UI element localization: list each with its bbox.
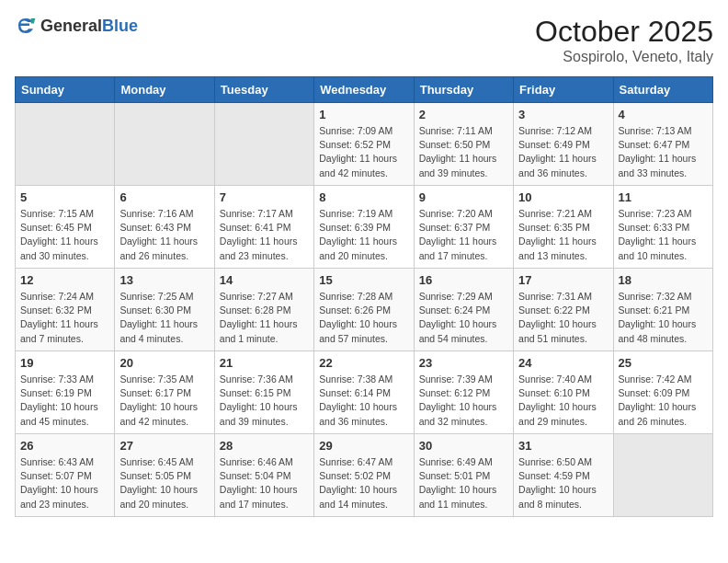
day-info: Sunrise: 6:46 AM Sunset: 5:04 PM Dayligh… [220, 455, 309, 511]
day-number: 22 [319, 356, 408, 370]
calendar-cell: 23Sunrise: 7:39 AM Sunset: 6:12 PM Dayli… [414, 351, 513, 434]
day-info: Sunrise: 7:29 AM Sunset: 6:24 PM Dayligh… [419, 290, 508, 346]
calendar-cell: 26Sunrise: 6:43 AM Sunset: 5:07 PM Dayli… [16, 434, 115, 517]
day-number: 23 [419, 356, 508, 370]
calendar-cell: 12Sunrise: 7:24 AM Sunset: 6:32 PM Dayli… [16, 269, 115, 351]
calendar-cell: 3Sunrise: 7:12 AM Sunset: 6:49 PM Daylig… [514, 103, 613, 186]
day-of-week-header: Friday [514, 77, 613, 103]
calendar-cell: 17Sunrise: 7:31 AM Sunset: 6:22 PM Dayli… [514, 269, 613, 351]
day-number: 11 [619, 190, 708, 204]
day-number: 24 [518, 356, 608, 370]
day-number: 21 [220, 356, 309, 370]
day-number: 6 [119, 190, 209, 204]
day-number: 16 [419, 273, 508, 287]
calendar-cell [115, 103, 214, 186]
day-number: 18 [619, 273, 708, 287]
calendar-body: 1Sunrise: 7:09 AM Sunset: 6:52 PM Daylig… [16, 103, 713, 517]
day-info: Sunrise: 7:24 AM Sunset: 6:32 PM Dayligh… [20, 290, 109, 346]
day-number: 26 [20, 439, 109, 453]
calendar-week-row: 5Sunrise: 7:15 AM Sunset: 6:45 PM Daylig… [16, 186, 713, 269]
day-number: 29 [319, 439, 408, 453]
day-of-week-header: Tuesday [214, 77, 313, 103]
day-of-week-header: Wednesday [314, 77, 414, 103]
day-number: 13 [119, 273, 209, 287]
location-title: Sospirolo, Veneto, Italy [535, 49, 713, 65]
day-info: Sunrise: 6:43 AM Sunset: 5:07 PM Dayligh… [20, 455, 109, 511]
calendar-cell: 24Sunrise: 7:40 AM Sunset: 6:10 PM Dayli… [514, 351, 613, 434]
page-header: GeneralBlue October 2025 Sospirolo, Vene… [15, 15, 713, 65]
calendar-cell: 11Sunrise: 7:23 AM Sunset: 6:33 PM Dayli… [613, 186, 712, 269]
calendar-cell: 20Sunrise: 7:35 AM Sunset: 6:17 PM Dayli… [115, 351, 214, 434]
day-number: 17 [518, 273, 608, 287]
day-info: Sunrise: 6:47 AM Sunset: 5:02 PM Dayligh… [319, 455, 408, 511]
day-number: 4 [619, 108, 708, 121]
day-of-week-header: Monday [115, 77, 214, 103]
calendar-cell: 19Sunrise: 7:33 AM Sunset: 6:19 PM Dayli… [16, 351, 115, 434]
calendar-table: SundayMondayTuesdayWednesdayThursdayFrid… [15, 76, 713, 517]
day-info: Sunrise: 7:20 AM Sunset: 6:37 PM Dayligh… [419, 207, 508, 263]
day-number: 9 [419, 190, 508, 204]
day-of-week-header: Saturday [613, 77, 712, 103]
day-info: Sunrise: 7:25 AM Sunset: 6:30 PM Dayligh… [119, 290, 209, 346]
calendar-week-row: 1Sunrise: 7:09 AM Sunset: 6:52 PM Daylig… [16, 103, 713, 186]
calendar-cell: 10Sunrise: 7:21 AM Sunset: 6:35 PM Dayli… [514, 186, 613, 269]
day-info: Sunrise: 7:16 AM Sunset: 6:43 PM Dayligh… [119, 207, 209, 263]
day-info: Sunrise: 7:31 AM Sunset: 6:22 PM Dayligh… [518, 290, 608, 346]
day-number: 10 [518, 190, 608, 204]
logo-icon [15, 15, 37, 37]
day-info: Sunrise: 7:28 AM Sunset: 6:26 PM Dayligh… [319, 290, 408, 346]
calendar-cell: 13Sunrise: 7:25 AM Sunset: 6:30 PM Dayli… [115, 269, 214, 351]
day-info: Sunrise: 7:19 AM Sunset: 6:39 PM Dayligh… [319, 207, 408, 263]
calendar-week-row: 26Sunrise: 6:43 AM Sunset: 5:07 PM Dayli… [16, 434, 713, 517]
day-number: 20 [119, 356, 209, 370]
calendar-cell: 4Sunrise: 7:13 AM Sunset: 6:47 PM Daylig… [613, 103, 712, 186]
day-number: 31 [518, 439, 608, 453]
calendar-cell: 30Sunrise: 6:49 AM Sunset: 5:01 PM Dayli… [414, 434, 513, 517]
day-info: Sunrise: 7:36 AM Sunset: 6:15 PM Dayligh… [220, 373, 309, 429]
calendar-cell: 29Sunrise: 6:47 AM Sunset: 5:02 PM Dayli… [314, 434, 414, 517]
day-info: Sunrise: 7:23 AM Sunset: 6:33 PM Dayligh… [619, 207, 708, 263]
day-info: Sunrise: 7:13 AM Sunset: 6:47 PM Dayligh… [619, 124, 708, 180]
day-of-week-header: Sunday [16, 77, 115, 103]
calendar-cell: 7Sunrise: 7:17 AM Sunset: 6:41 PM Daylig… [214, 186, 313, 269]
day-number: 3 [518, 108, 608, 121]
calendar-cell: 9Sunrise: 7:20 AM Sunset: 6:37 PM Daylig… [414, 186, 513, 269]
day-number: 8 [319, 190, 408, 204]
calendar-cell: 5Sunrise: 7:15 AM Sunset: 6:45 PM Daylig… [16, 186, 115, 269]
calendar-cell: 18Sunrise: 7:32 AM Sunset: 6:21 PM Dayli… [613, 269, 712, 351]
day-number: 5 [20, 190, 109, 204]
day-info: Sunrise: 7:42 AM Sunset: 6:09 PM Dayligh… [619, 373, 708, 429]
day-info: Sunrise: 6:45 AM Sunset: 5:05 PM Dayligh… [119, 455, 209, 511]
day-info: Sunrise: 7:38 AM Sunset: 6:14 PM Dayligh… [319, 373, 408, 429]
calendar-week-row: 19Sunrise: 7:33 AM Sunset: 6:19 PM Dayli… [16, 351, 713, 434]
day-number: 2 [419, 108, 508, 121]
calendar-header-row: SundayMondayTuesdayWednesdayThursdayFrid… [16, 77, 713, 103]
calendar-cell [16, 103, 115, 186]
calendar-cell: 15Sunrise: 7:28 AM Sunset: 6:26 PM Dayli… [314, 269, 414, 351]
calendar-cell: 14Sunrise: 7:27 AM Sunset: 6:28 PM Dayli… [214, 269, 313, 351]
day-number: 28 [220, 439, 309, 453]
day-info: Sunrise: 7:27 AM Sunset: 6:28 PM Dayligh… [220, 290, 309, 346]
day-info: Sunrise: 6:49 AM Sunset: 5:01 PM Dayligh… [419, 455, 508, 511]
day-info: Sunrise: 7:35 AM Sunset: 6:17 PM Dayligh… [119, 373, 209, 429]
logo-text-general: General [40, 17, 102, 35]
day-number: 27 [119, 439, 209, 453]
calendar-cell: 2Sunrise: 7:11 AM Sunset: 6:50 PM Daylig… [414, 103, 513, 186]
logo: GeneralBlue [15, 15, 138, 37]
day-of-week-header: Thursday [414, 77, 513, 103]
calendar-cell [613, 434, 712, 517]
calendar-cell: 31Sunrise: 6:50 AM Sunset: 4:59 PM Dayli… [514, 434, 613, 517]
day-info: Sunrise: 7:40 AM Sunset: 6:10 PM Dayligh… [518, 373, 608, 429]
day-number: 30 [419, 439, 508, 453]
day-info: Sunrise: 7:15 AM Sunset: 6:45 PM Dayligh… [20, 207, 109, 263]
day-info: Sunrise: 7:33 AM Sunset: 6:19 PM Dayligh… [20, 373, 109, 429]
title-block: October 2025 Sospirolo, Veneto, Italy [535, 15, 713, 65]
day-number: 14 [220, 273, 309, 287]
calendar-cell: 6Sunrise: 7:16 AM Sunset: 6:43 PM Daylig… [115, 186, 214, 269]
day-number: 7 [220, 190, 309, 204]
calendar-week-row: 12Sunrise: 7:24 AM Sunset: 6:32 PM Dayli… [16, 269, 713, 351]
day-info: Sunrise: 7:21 AM Sunset: 6:35 PM Dayligh… [518, 207, 608, 263]
month-title: October 2025 [535, 15, 713, 49]
calendar-cell: 8Sunrise: 7:19 AM Sunset: 6:39 PM Daylig… [314, 186, 414, 269]
day-info: Sunrise: 7:17 AM Sunset: 6:41 PM Dayligh… [220, 207, 309, 263]
